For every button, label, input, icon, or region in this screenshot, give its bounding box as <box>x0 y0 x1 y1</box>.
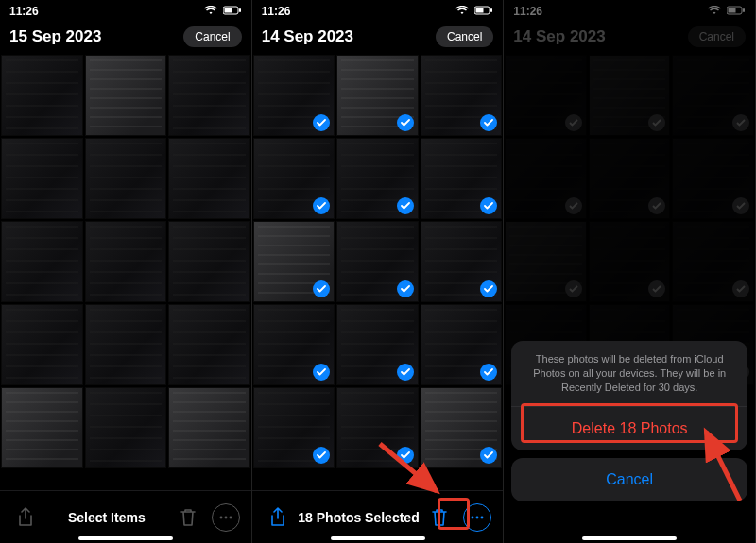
home-indicator[interactable] <box>582 536 677 540</box>
photo-thumbnail[interactable] <box>168 387 250 468</box>
trash-button[interactable] <box>174 503 202 532</box>
battery-icon <box>223 5 242 18</box>
svg-rect-7 <box>476 8 484 13</box>
photo-thumbnail[interactable] <box>253 221 335 302</box>
svg-point-4 <box>224 516 227 518</box>
photo-thumbnail[interactable] <box>168 138 250 219</box>
photo-thumbnail[interactable] <box>168 221 250 302</box>
wifi-icon <box>455 5 469 18</box>
photo-thumbnail[interactable] <box>85 304 167 385</box>
checkmark-icon <box>397 280 414 297</box>
svg-rect-1 <box>224 8 232 13</box>
bottom-toolbar: 18 Photos Selected <box>252 490 504 543</box>
home-indicator[interactable] <box>331 536 425 540</box>
panel-select-mode: 11:26 15 Sep 2023 Cancel Select Items <box>0 0 252 543</box>
checkmark-icon <box>397 364 414 381</box>
wifi-icon <box>204 5 217 18</box>
checkmark-icon <box>397 114 414 131</box>
panel-selected: 11:26 14 Sep 2023 Cancel 18 Photos Sele <box>252 0 505 543</box>
photo-thumbnail[interactable] <box>253 387 335 468</box>
photo-thumbnail[interactable] <box>336 304 419 385</box>
photo-thumbnail[interactable] <box>168 304 250 385</box>
header: 15 Sep 2023 Cancel <box>0 23 251 55</box>
trash-button[interactable] <box>425 503 454 532</box>
svg-rect-8 <box>490 8 492 12</box>
cancel-button[interactable]: Cancel <box>183 26 241 47</box>
photo-thumbnail[interactable] <box>85 55 167 136</box>
action-sheet-cancel-button[interactable]: Cancel <box>511 458 747 501</box>
header: 14 Sep 2023 Cancel <box>252 23 504 55</box>
photo-thumbnail[interactable] <box>336 221 419 302</box>
bottom-toolbar: Select Items <box>0 490 251 543</box>
delete-photos-button[interactable]: Delete 18 Photos <box>511 407 747 450</box>
share-button[interactable] <box>11 503 40 532</box>
photo-thumbnail[interactable] <box>421 221 503 302</box>
status-time: 11:26 <box>9 5 39 18</box>
status-bar: 11:26 <box>0 0 251 23</box>
svg-point-3 <box>219 516 222 518</box>
photo-thumbnail[interactable] <box>253 138 335 219</box>
photo-thumbnail[interactable] <box>253 55 335 136</box>
photo-thumbnail[interactable] <box>1 55 83 136</box>
svg-point-11 <box>481 516 484 518</box>
photo-thumbnail[interactable] <box>336 55 419 136</box>
photo-thumbnail[interactable] <box>85 221 167 302</box>
home-indicator[interactable] <box>78 536 173 540</box>
action-sheet-message: These photos will be deleted from iCloud… <box>511 341 747 407</box>
photo-thumbnail[interactable] <box>1 304 83 385</box>
photo-thumbnail[interactable] <box>421 387 503 468</box>
photo-thumbnail[interactable] <box>85 387 167 468</box>
photo-thumbnail[interactable] <box>85 138 167 219</box>
battery-icon <box>474 5 493 18</box>
photo-thumbnail[interactable] <box>336 138 419 219</box>
checkmark-icon <box>397 197 414 214</box>
photo-grid[interactable] <box>0 55 251 490</box>
photo-thumbnail[interactable] <box>421 55 503 136</box>
svg-point-9 <box>472 516 474 518</box>
toolbar-title: 18 Photos Selected <box>292 510 426 525</box>
photo-grid[interactable] <box>252 55 504 490</box>
status-time: 11:26 <box>262 5 291 18</box>
more-button[interactable] <box>212 503 240 532</box>
photo-thumbnail[interactable] <box>168 55 250 136</box>
photo-thumbnail[interactable] <box>253 304 335 385</box>
svg-point-5 <box>229 516 232 518</box>
photo-thumbnail[interactable] <box>421 304 503 385</box>
svg-rect-2 <box>239 8 241 12</box>
photo-thumbnail[interactable] <box>1 221 83 302</box>
status-bar: 11:26 <box>252 0 504 23</box>
photo-thumbnail[interactable] <box>1 138 83 219</box>
checkmark-icon <box>397 447 414 464</box>
photo-thumbnail[interactable] <box>1 387 83 468</box>
action-sheet: These photos will be deleted from iCloud… <box>511 341 747 501</box>
more-button[interactable] <box>463 503 491 532</box>
panel-delete-confirm: 11:26 14 Sep 2023 Cancel These photos wi… <box>504 0 756 543</box>
photo-thumbnail[interactable] <box>421 138 503 219</box>
toolbar-title: Select Items <box>40 510 174 525</box>
photo-thumbnail[interactable] <box>336 387 419 468</box>
date-heading: 14 Sep 2023 <box>262 27 436 46</box>
date-heading: 15 Sep 2023 <box>9 27 183 46</box>
svg-point-10 <box>476 516 479 518</box>
share-button[interactable] <box>264 503 292 532</box>
cancel-button[interactable]: Cancel <box>436 26 493 47</box>
